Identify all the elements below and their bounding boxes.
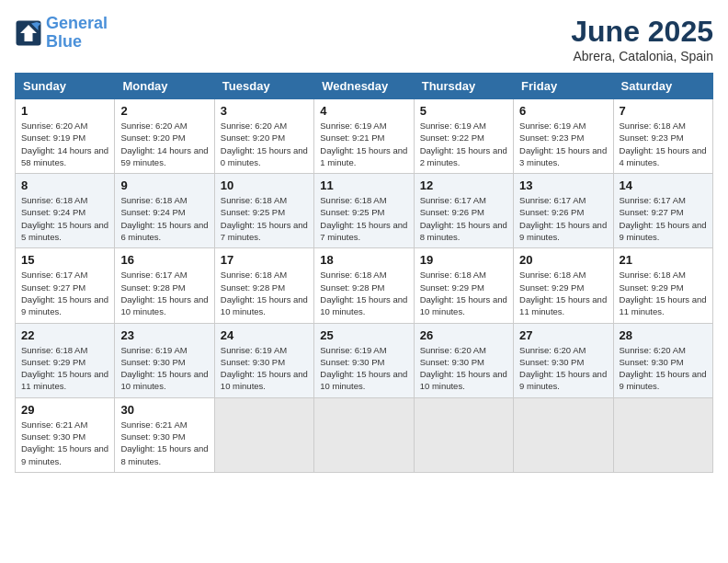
day-number: 15 xyxy=(21,253,108,267)
day-info: Sunrise: 6:18 AMSunset: 9:29 PMDaylight:… xyxy=(620,269,707,317)
day-info: Sunrise: 6:18 AMSunset: 9:24 PMDaylight:… xyxy=(120,194,208,243)
day-info: Sunrise: 6:18 AMSunset: 9:29 PMDaylight:… xyxy=(420,269,507,317)
day-number: 6 xyxy=(519,104,607,118)
day-number: 13 xyxy=(519,178,607,192)
calendar-day-cell: 15Sunrise: 6:17 AMSunset: 9:27 PMDayligh… xyxy=(16,248,115,323)
calendar-day-cell: 6Sunrise: 6:19 AMSunset: 9:23 PMDaylight… xyxy=(514,99,613,174)
calendar-day-cell: 13Sunrise: 6:17 AMSunset: 9:26 PMDayligh… xyxy=(514,174,613,248)
calendar-day-cell: 21Sunrise: 6:18 AMSunset: 9:29 PMDayligh… xyxy=(613,248,712,323)
calendar-day-cell: 25Sunrise: 6:19 AMSunset: 9:30 PMDayligh… xyxy=(314,323,414,397)
day-number: 26 xyxy=(420,328,507,342)
day-number: 16 xyxy=(120,253,208,267)
calendar-day-cell xyxy=(414,397,513,472)
day-of-week-header: Sunday xyxy=(16,74,115,99)
day-info: Sunrise: 6:18 AMSunset: 9:29 PMDaylight:… xyxy=(519,269,607,317)
day-number: 10 xyxy=(221,178,308,192)
calendar-day-cell xyxy=(514,397,613,472)
calendar-day-cell: 16Sunrise: 6:17 AMSunset: 9:28 PMDayligh… xyxy=(115,248,214,323)
calendar-day-cell: 9Sunrise: 6:18 AMSunset: 9:24 PMDaylight… xyxy=(115,174,214,248)
day-number: 18 xyxy=(320,253,407,267)
day-of-week-header: Wednesday xyxy=(314,74,414,99)
day-info: Sunrise: 6:18 AMSunset: 9:24 PMDaylight:… xyxy=(21,194,108,243)
calendar-day-cell: 10Sunrise: 6:18 AMSunset: 9:25 PMDayligh… xyxy=(214,174,313,248)
calendar-day-cell: 14Sunrise: 6:17 AMSunset: 9:27 PMDayligh… xyxy=(613,174,712,248)
calendar-day-cell: 5Sunrise: 6:19 AMSunset: 9:22 PMDaylight… xyxy=(414,99,513,174)
day-info: Sunrise: 6:20 AMSunset: 9:19 PMDaylight:… xyxy=(21,120,108,168)
calendar-day-cell: 20Sunrise: 6:18 AMSunset: 9:29 PMDayligh… xyxy=(514,248,613,323)
calendar-week-row: 8Sunrise: 6:18 AMSunset: 9:24 PMDaylight… xyxy=(16,174,713,248)
logo-icon xyxy=(15,19,42,47)
day-number: 27 xyxy=(519,328,607,342)
calendar-day-cell: 2Sunrise: 6:20 AMSunset: 9:20 PMDaylight… xyxy=(115,99,214,174)
day-info: Sunrise: 6:18 AMSunset: 9:29 PMDaylight:… xyxy=(21,344,108,393)
day-info: Sunrise: 6:18 AMSunset: 9:23 PMDaylight:… xyxy=(620,120,707,168)
calendar-day-cell: 17Sunrise: 6:18 AMSunset: 9:28 PMDayligh… xyxy=(214,248,313,323)
day-number: 30 xyxy=(120,403,208,417)
calendar-body: 1Sunrise: 6:20 AMSunset: 9:19 PMDaylight… xyxy=(16,99,713,473)
day-info: Sunrise: 6:21 AMSunset: 9:30 PMDaylight:… xyxy=(120,419,208,467)
calendar-week-row: 29Sunrise: 6:21 AMSunset: 9:30 PMDayligh… xyxy=(16,397,713,472)
day-number: 25 xyxy=(320,328,407,342)
day-of-week-header: Monday xyxy=(115,74,214,99)
day-info: Sunrise: 6:18 AMSunset: 9:25 PMDaylight:… xyxy=(221,194,308,243)
day-number: 2 xyxy=(120,104,208,118)
day-info: Sunrise: 6:20 AMSunset: 9:20 PMDaylight:… xyxy=(221,120,308,168)
calendar-day-cell: 12Sunrise: 6:17 AMSunset: 9:26 PMDayligh… xyxy=(414,174,513,248)
day-of-week-header: Saturday xyxy=(613,74,712,99)
calendar-day-cell: 27Sunrise: 6:20 AMSunset: 9:30 PMDayligh… xyxy=(514,323,613,397)
calendar-day-cell xyxy=(613,397,712,472)
day-info: Sunrise: 6:19 AMSunset: 9:30 PMDaylight:… xyxy=(320,344,407,393)
calendar-day-cell xyxy=(314,397,414,472)
day-number: 23 xyxy=(120,328,208,342)
day-number: 28 xyxy=(620,328,707,342)
calendar-day-cell: 7Sunrise: 6:18 AMSunset: 9:23 PMDaylight… xyxy=(613,99,712,174)
day-number: 3 xyxy=(221,104,308,118)
day-of-week-header: Friday xyxy=(514,74,613,99)
day-info: Sunrise: 6:20 AMSunset: 9:30 PMDaylight:… xyxy=(420,344,507,393)
calendar-day-cell: 23Sunrise: 6:19 AMSunset: 9:30 PMDayligh… xyxy=(115,323,214,397)
day-info: Sunrise: 6:17 AMSunset: 9:26 PMDaylight:… xyxy=(519,194,607,243)
day-info: Sunrise: 6:20 AMSunset: 9:20 PMDaylight:… xyxy=(120,120,208,168)
calendar-day-cell: 28Sunrise: 6:20 AMSunset: 9:30 PMDayligh… xyxy=(613,323,712,397)
day-info: Sunrise: 6:18 AMSunset: 9:28 PMDaylight:… xyxy=(320,269,407,317)
day-number: 20 xyxy=(519,253,607,267)
day-info: Sunrise: 6:18 AMSunset: 9:25 PMDaylight:… xyxy=(320,194,407,243)
location-title: Abrera, Catalonia, Spain xyxy=(571,49,713,63)
month-title: June 2025 xyxy=(571,15,713,49)
calendar-day-cell: 22Sunrise: 6:18 AMSunset: 9:29 PMDayligh… xyxy=(16,323,115,397)
calendar-day-cell: 11Sunrise: 6:18 AMSunset: 9:25 PMDayligh… xyxy=(314,174,414,248)
calendar-week-row: 22Sunrise: 6:18 AMSunset: 9:29 PMDayligh… xyxy=(16,323,713,397)
day-number: 4 xyxy=(320,104,407,118)
day-number: 5 xyxy=(420,104,507,118)
calendar-day-cell: 8Sunrise: 6:18 AMSunset: 9:24 PMDaylight… xyxy=(16,174,115,248)
calendar-day-cell: 30Sunrise: 6:21 AMSunset: 9:30 PMDayligh… xyxy=(115,397,214,472)
calendar-header-row: SundayMondayTuesdayWednesdayThursdayFrid… xyxy=(16,74,713,99)
day-number: 14 xyxy=(620,178,707,192)
day-info: Sunrise: 6:20 AMSunset: 9:30 PMDaylight:… xyxy=(519,344,607,393)
day-info: Sunrise: 6:20 AMSunset: 9:30 PMDaylight:… xyxy=(620,344,707,393)
calendar-day-cell: 29Sunrise: 6:21 AMSunset: 9:30 PMDayligh… xyxy=(16,397,115,472)
logo-line2: Blue xyxy=(46,32,82,51)
calendar-week-row: 15Sunrise: 6:17 AMSunset: 9:27 PMDayligh… xyxy=(16,248,713,323)
day-number: 17 xyxy=(221,253,308,267)
logo-text: General Blue xyxy=(46,15,108,52)
day-number: 29 xyxy=(21,403,108,417)
day-info: Sunrise: 6:17 AMSunset: 9:26 PMDaylight:… xyxy=(420,194,507,243)
day-info: Sunrise: 6:17 AMSunset: 9:27 PMDaylight:… xyxy=(620,194,707,243)
calendar-week-row: 1Sunrise: 6:20 AMSunset: 9:19 PMDaylight… xyxy=(16,99,713,174)
day-info: Sunrise: 6:19 AMSunset: 9:21 PMDaylight:… xyxy=(320,120,407,168)
day-number: 22 xyxy=(21,328,108,342)
day-of-week-header: Thursday xyxy=(414,74,513,99)
day-number: 12 xyxy=(420,178,507,192)
day-info: Sunrise: 6:17 AMSunset: 9:28 PMDaylight:… xyxy=(120,269,208,317)
day-number: 1 xyxy=(21,104,108,118)
calendar-day-cell: 1Sunrise: 6:20 AMSunset: 9:19 PMDaylight… xyxy=(16,99,115,174)
day-info: Sunrise: 6:17 AMSunset: 9:27 PMDaylight:… xyxy=(21,269,108,317)
page-header: General Blue June 2025 Abrera, Catalonia… xyxy=(15,15,713,63)
day-number: 7 xyxy=(620,104,707,118)
logo-line1: General xyxy=(46,14,108,32)
calendar-day-cell: 4Sunrise: 6:19 AMSunset: 9:21 PMDaylight… xyxy=(314,99,414,174)
day-info: Sunrise: 6:19 AMSunset: 9:22 PMDaylight:… xyxy=(420,120,507,168)
day-of-week-header: Tuesday xyxy=(214,74,313,99)
calendar-day-cell xyxy=(214,397,313,472)
